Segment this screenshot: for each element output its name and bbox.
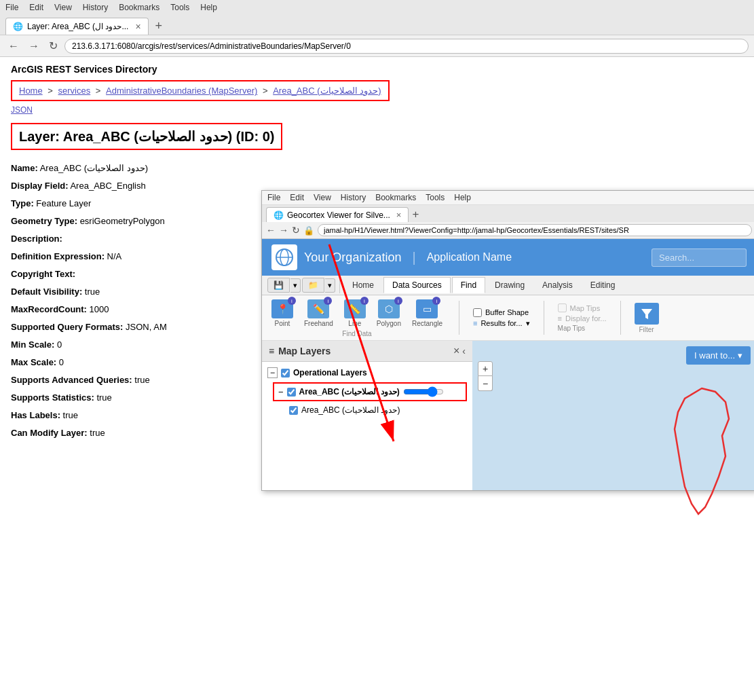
overlay-refresh-button[interactable]: ↻ (292, 225, 300, 236)
prop-displayfield-value: Area_ABC_English (70, 181, 145, 191)
folder-button[interactable]: 📁 (302, 278, 324, 293)
i-want-to-button[interactable]: I want to... ▾ (686, 346, 751, 365)
address-bar-input[interactable] (64, 39, 749, 54)
point-tool[interactable]: 📍 i Point (269, 298, 296, 329)
freehand-label: Freehand (304, 320, 333, 327)
overlay-menu-bookmarks[interactable]: Bookmarks (375, 193, 416, 202)
map-layers-close-button[interactable]: × (453, 345, 459, 357)
rectangle-tool[interactable]: ▭ i Rectangle (409, 298, 445, 329)
point-icon: 📍 i (271, 299, 293, 318)
map-tips-section: Map Tips ≡ Display for... Map Tips (558, 303, 607, 332)
i-want-to-label: I want to... (694, 350, 735, 361)
main-toolbar: 💾 ▾ 📁 ▾ Home Data Sources Find Drawing A… (262, 276, 754, 295)
freehand-tool[interactable]: ✏️ i Freehand (301, 298, 336, 329)
results-for-label: Results for... (480, 319, 522, 327)
results-dropdown-icon[interactable]: ▾ (526, 319, 530, 328)
filter-button[interactable] (635, 303, 659, 325)
overlay-forward-button[interactable]: → (279, 225, 288, 236)
operational-layers-checkbox[interactable] (281, 369, 290, 377)
forward-button[interactable]: → (26, 39, 42, 54)
buffer-shape-checkbox[interactable] (473, 308, 482, 317)
map-layers-panel: ≡ Map Layers × ‹ − Operational Layers (262, 341, 472, 490)
menu-bookmarks[interactable]: Bookmarks (119, 3, 159, 12)
find-toolbar: 📍 i Point ✏️ i Freehand (262, 295, 754, 341)
overlay-address-bar: ← → ↻ 🔒 (262, 222, 754, 239)
breadcrumb-mapserver[interactable]: AdministrativeBoundaries (MapServer) (106, 86, 257, 96)
sublayer-checkbox[interactable] (289, 406, 298, 415)
browser-tab-active[interactable]: 🌐 Layer: Area_ABC (حدود ال... × (5, 18, 149, 35)
map-tips-checkbox[interactable] (558, 303, 567, 312)
overlay-address-input[interactable] (318, 224, 752, 236)
overlay-back-button[interactable]: ← (266, 225, 276, 236)
json-link[interactable]: JSON (11, 105, 743, 115)
map-outline-svg (661, 382, 742, 517)
buffer-shape-row: Buffer Shape (473, 308, 530, 317)
operational-layers-label: Operational Layers (293, 368, 367, 377)
prop-type-value: Feature Layer (36, 198, 91, 208)
line-icon: 📏 i (344, 299, 366, 318)
prop-visibility-value: true (85, 287, 100, 297)
back-button[interactable]: ← (5, 39, 22, 54)
rect-info-badge: i (432, 297, 440, 305)
prop-haslabels-label: Has Labels: (11, 410, 60, 420)
browser-tab-bar: 🌐 Layer: Area_ABC (حدود ال... × + (0, 15, 754, 35)
freehand-info-badge: i (324, 297, 332, 305)
menu-file[interactable]: File (5, 3, 18, 12)
tab-home[interactable]: Home (344, 278, 382, 293)
breadcrumb-layer[interactable]: Area_ABC (حدود الصلاحيات) (273, 86, 381, 96)
prop-maxrecord-label: MaxRecordCount: (11, 304, 87, 314)
operational-collapse-btn[interactable]: − (267, 367, 278, 378)
menu-history[interactable]: History (83, 3, 108, 12)
layer-opacity-slider[interactable] (403, 386, 444, 397)
geocortex-app-name: Application Name (427, 251, 645, 263)
new-tab-button[interactable]: + (151, 18, 167, 35)
tab-analysis[interactable]: Analysis (534, 278, 581, 293)
zoom-out-button[interactable]: − (478, 376, 493, 391)
tab-find[interactable]: Find (452, 277, 485, 293)
overlay-menu-view[interactable]: View (314, 193, 331, 202)
layer-checkbox[interactable] (287, 388, 296, 397)
overlay-tab-close[interactable]: × (396, 210, 402, 220)
zoom-in-button[interactable]: + (478, 361, 493, 376)
folder-dropdown-button[interactable]: ▾ (325, 278, 335, 293)
save-button[interactable]: 💾 (267, 278, 290, 293)
layer-tree: − Operational Layers − Area_ABC (حدود ال… (262, 362, 472, 423)
breadcrumb-sep3: > (263, 86, 270, 96)
tab-editing[interactable]: Editing (582, 278, 624, 293)
tab-drawing[interactable]: Drawing (487, 278, 533, 293)
polygon-info-badge: i (394, 297, 402, 305)
overlay-new-tab-button[interactable]: + (409, 207, 422, 222)
menu-view[interactable]: View (54, 3, 72, 12)
display-icon: ≡ (558, 314, 562, 323)
map-layers-icon: ≡ (269, 346, 274, 356)
breadcrumb-home[interactable]: Home (19, 86, 43, 96)
prop-advqueries-label: Supports Advanced Queries: (11, 375, 132, 385)
overlay-menu-edit[interactable]: Edit (290, 193, 304, 202)
menu-tools[interactable]: Tools (170, 3, 189, 12)
menu-help[interactable]: Help (200, 3, 217, 12)
operational-layers-header: − Operational Layers (267, 366, 467, 380)
line-tool[interactable]: 📏 i Line (341, 298, 369, 329)
overlay-menu-file[interactable]: File (267, 193, 280, 202)
overlay-menu-history[interactable]: History (341, 193, 366, 202)
save-dropdown-button[interactable]: ▾ (290, 278, 301, 293)
display-for-label: Display for... (565, 314, 607, 323)
tab-close-button[interactable]: × (135, 21, 140, 32)
refresh-button[interactable]: ↻ (46, 38, 60, 54)
prop-queryformats-label: Supported Query Formats: (11, 322, 123, 332)
breadcrumb-box: Home > services > AdministrativeBoundari… (11, 80, 390, 101)
geocortex-search-input[interactable] (652, 248, 747, 267)
tab-datasources[interactable]: Data Sources (383, 277, 451, 293)
overlay-menu-help[interactable]: Help (454, 193, 471, 202)
map-tips-section-label: Map Tips (558, 325, 607, 332)
map-tips-label-text: Map Tips (570, 304, 601, 312)
overlay-tab-active[interactable]: 🌐 Geocortex Viewer for Silve... × (266, 207, 409, 222)
map-layers-collapse-button[interactable]: ‹ (462, 345, 466, 357)
breadcrumb-services[interactable]: services (58, 86, 91, 96)
layer-collapse-btn[interactable]: − (278, 387, 284, 397)
sublayer-name: Area_ABC (حدود الصلاحيات) (301, 405, 400, 415)
arcgis-directory-title: ArcGIS REST Services Directory (11, 64, 743, 75)
overlay-menu-tools[interactable]: Tools (426, 193, 445, 202)
menu-edit[interactable]: Edit (29, 3, 43, 12)
polygon-tool[interactable]: ⬡ i Polygon (374, 298, 404, 329)
